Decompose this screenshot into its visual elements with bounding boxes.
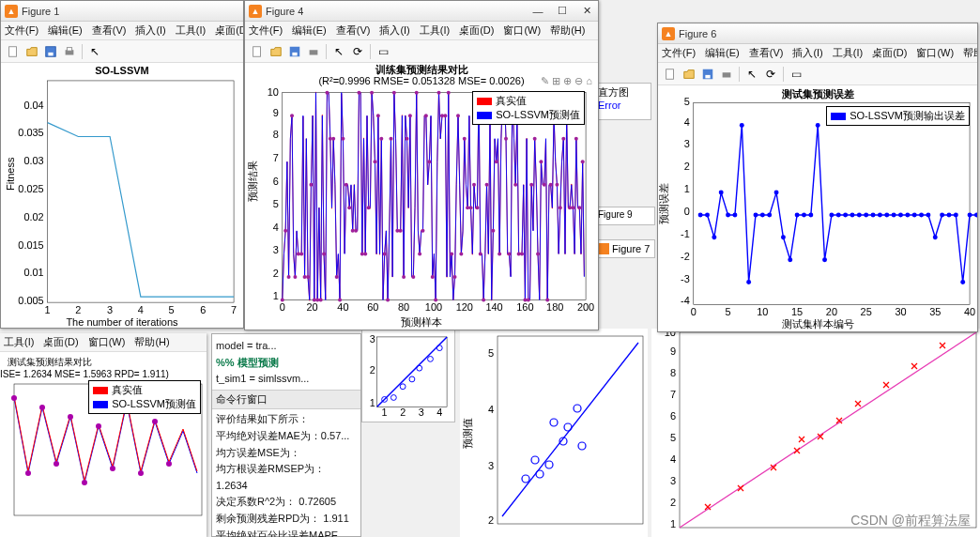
svg-point-138 (322, 252, 326, 255)
frag-title: 测试集预测结果对比 (0, 356, 207, 369)
svg-point-130 (297, 252, 300, 255)
menu-insert[interactable]: 插入(I) (379, 23, 409, 38)
menu-tool[interactable]: 工具(I) (420, 23, 450, 38)
svg-point-200 (520, 252, 524, 255)
svg-point-155 (376, 114, 380, 117)
open-icon[interactable] (268, 43, 284, 60)
save-icon[interactable] (286, 43, 303, 60)
menu-win[interactable]: 窗口(W) (88, 335, 126, 349)
new-icon[interactable] (662, 66, 679, 83)
figure4-window[interactable]: ▲ Figure 4 — ☐ ✕ 文件(F) 编辑(E) 查看(V) 插入(I)… (244, 0, 599, 330)
print-icon[interactable] (61, 43, 78, 60)
menu-tool[interactable]: 工具(I) (833, 46, 863, 60)
menu-file[interactable]: 文件(F) (5, 23, 38, 38)
svg-point-178 (450, 252, 453, 255)
rotate-icon[interactable]: ⟳ (349, 43, 366, 60)
open-icon[interactable] (681, 66, 697, 83)
axes-toolbar[interactable]: ✎ ⊞ ⊕ ⊖ ⌂ (541, 75, 592, 87)
svg-point-29 (110, 466, 115, 471)
svg-text:2: 2 (370, 364, 375, 376)
svg-point-209 (549, 183, 553, 187)
menu-tool[interactable]: 工具(I) (4, 335, 34, 349)
menu-view[interactable]: 查看(V) (92, 23, 127, 38)
figure4-toolbar[interactable]: ↖ ⟳ ▭ (245, 40, 598, 63)
svg-point-26 (68, 414, 73, 420)
svg-point-267 (857, 212, 862, 217)
svg-point-251 (746, 280, 751, 284)
svg-point-282 (960, 280, 965, 284)
pointer-icon[interactable]: ▭ (375, 43, 391, 60)
menu-view[interactable]: 查看(V) (749, 46, 784, 60)
cursor-icon[interactable]: ↖ (743, 66, 760, 83)
menu-help[interactable]: 帮助(H) (134, 335, 169, 349)
svg-point-157 (383, 252, 387, 255)
svg-text:4: 4 (488, 404, 494, 415)
menu-file[interactable]: 文件(F) (662, 46, 696, 60)
svg-text:1: 1 (382, 407, 388, 418)
open-icon[interactable] (23, 43, 40, 60)
svg-point-203 (529, 183, 533, 187)
figure1-menubar[interactable]: 文件(F) 编辑(E) 查看(V) 插入(I) 工具(I) 桌面(D) 窗口(W… (1, 22, 243, 40)
svg-point-218 (577, 206, 581, 209)
print-icon[interactable] (718, 66, 735, 83)
menu-help[interactable]: 帮助(H) (550, 23, 585, 38)
menu-desk[interactable]: 桌面(D) (43, 335, 78, 349)
figure1-window[interactable]: ▲ Figure 1 文件(F) 编辑(E) 查看(V) 插入(I) 工具(I)… (0, 0, 244, 329)
svg-point-264 (836, 212, 841, 217)
menu-edit[interactable]: 编辑(E) (48, 23, 83, 38)
save-icon[interactable] (42, 43, 59, 60)
figure1-toolbar[interactable]: ↖ (1, 40, 243, 63)
menu-desk[interactable]: 桌面(D) (459, 23, 494, 38)
menu-view[interactable]: 查看(V) (336, 23, 371, 38)
svg-point-156 (379, 137, 383, 141)
scatter-red: 1234 5678 910 (651, 329, 980, 537)
menu-desk[interactable]: 桌面(D) (872, 46, 907, 60)
figure4-titlebar[interactable]: ▲ Figure 4 — ☐ ✕ (245, 1, 598, 22)
new-icon[interactable] (249, 43, 266, 60)
pointer-icon[interactable]: ▭ (788, 66, 804, 83)
frag-menubar[interactable]: 工具(I) 桌面(D) 窗口(W) 帮助(H) (0, 333, 207, 352)
svg-point-58 (536, 470, 544, 478)
svg-point-127 (287, 275, 291, 279)
svg-point-185 (472, 183, 476, 187)
new-icon[interactable] (5, 43, 22, 60)
menu-desk[interactable]: 桌面(D) (215, 23, 243, 38)
rotate-icon[interactable]: ⟳ (762, 66, 779, 83)
svg-text:8: 8 (273, 129, 279, 140)
figure6-titlebar[interactable]: ▲ Figure 6 (658, 23, 977, 44)
menu-win[interactable]: 窗口(W) (503, 23, 541, 38)
svg-point-149 (357, 91, 360, 95)
menu-insert[interactable]: 插入(I) (135, 23, 165, 38)
svg-text:6: 6 (670, 410, 676, 422)
menu-help[interactable]: 帮助(H) (963, 46, 977, 60)
figure4-menubar[interactable]: 文件(F) 编辑(E) 查看(V) 插入(I) 工具(I) 桌面(D) 窗口(W… (245, 22, 598, 40)
print-icon[interactable] (305, 43, 322, 60)
menu-file[interactable]: 文件(F) (249, 23, 283, 38)
svg-point-254 (767, 212, 772, 217)
svg-text:4: 4 (436, 407, 442, 418)
figure6-menubar[interactable]: 文件(F) 编辑(E) 查看(V) 插入(I) 工具(I) 桌面(D) 窗口(W… (658, 44, 977, 63)
bg-hist-label: 直方图 (598, 85, 649, 100)
close-button[interactable]: ✕ (581, 6, 592, 17)
svg-text:9: 9 (670, 345, 676, 357)
menu-win[interactable]: 窗口(W) (916, 46, 954, 60)
svg-point-173 (434, 298, 437, 301)
svg-text:4: 4 (670, 453, 676, 465)
svg-point-249 (732, 212, 737, 217)
menu-edit[interactable]: 编辑(E) (292, 23, 327, 38)
min-button[interactable]: — (532, 6, 544, 17)
svg-text:3: 3 (670, 475, 676, 486)
pointer-icon[interactable]: ↖ (86, 43, 103, 60)
max-button[interactable]: ☐ (557, 6, 568, 17)
menu-insert[interactable]: 插入(I) (792, 46, 822, 60)
save-icon[interactable] (699, 66, 716, 83)
menu-tool[interactable]: 工具(I) (176, 23, 206, 38)
svg-point-24 (39, 405, 45, 410)
cursor-icon[interactable]: ↖ (330, 43, 347, 60)
cmd-panel-title: 命令行窗口 (212, 390, 360, 410)
figure6-toolbar[interactable]: ↖ ⟳ ▭ (658, 63, 977, 85)
menu-edit[interactable]: 编辑(E) (705, 46, 740, 60)
figure6-window[interactable]: ▲ Figure 6 文件(F) 编辑(E) 查看(V) 插入(I) 工具(I)… (657, 23, 978, 332)
figure1-titlebar[interactable]: ▲ Figure 1 (1, 1, 243, 22)
svg-text:-2: -2 (681, 251, 690, 262)
